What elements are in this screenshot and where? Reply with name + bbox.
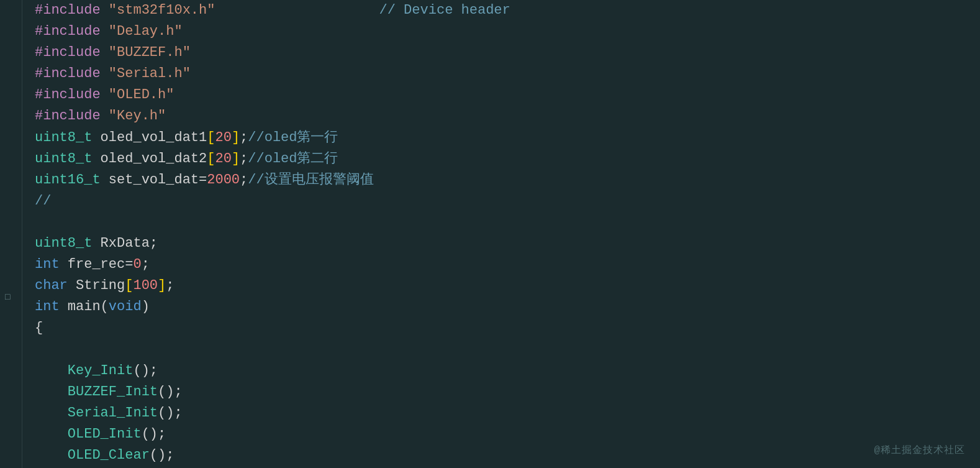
- collapse-icon[interactable]: □: [5, 292, 10, 302]
- code-line: #include "Key.h": [35, 106, 968, 127]
- code-line: //: [35, 191, 968, 212]
- code-line: uint8_t oled_vol_dat1[20];//oled第一行: [35, 127, 968, 149]
- code-line: #include "BUZZEF.h": [35, 42, 968, 63]
- code-line: {: [35, 318, 968, 339]
- code-line: #include "stm32f10x.h" // Device header: [35, 0, 968, 21]
- code-line: BUZZEF_Init();: [35, 382, 968, 403]
- code-line: #include "Serial.h": [35, 63, 968, 85]
- code-line: Key_Init();: [35, 360, 968, 382]
- watermark: @稀土掘金技术社区: [874, 444, 965, 457]
- code-line: OLED_Init();: [35, 424, 968, 445]
- code-line: uint16_t set_vol_dat=2000;//设置电压报警阈值: [35, 170, 968, 191]
- code-area: #include "stm32f10x.h" // Device header#…: [22, 0, 980, 468]
- editor-gutter: □: [0, 0, 22, 468]
- code-line: uint8_t oled_vol_dat2[20];//oled第二行: [35, 149, 968, 170]
- code-line: OLED_Clear();: [35, 445, 968, 466]
- code-line: [35, 212, 968, 233]
- code-line: Serial_Init();: [35, 403, 968, 424]
- code-line: #include "OLED.h": [35, 85, 968, 106]
- code-line: char String[100];: [35, 275, 968, 296]
- code-line: uint8_t RxData;: [35, 233, 968, 254]
- code-line: int fre_rec=0;: [35, 254, 968, 275]
- code-line: [35, 339, 968, 360]
- code-line: int main(void): [35, 296, 968, 318]
- code-line: #include "Delay.h": [35, 21, 968, 42]
- code-editor: □ #include "stm32f10x.h" // Device heade…: [0, 0, 980, 468]
